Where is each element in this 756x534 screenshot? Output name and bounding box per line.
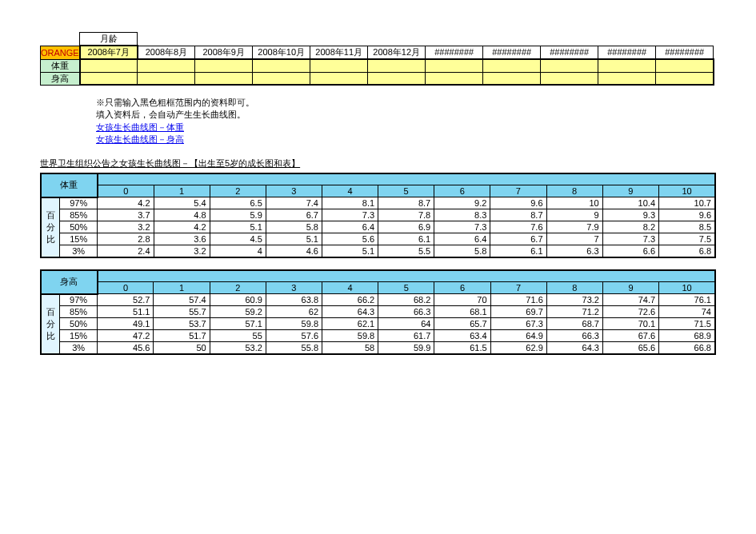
height-in-2[interactable] bbox=[195, 72, 253, 85]
height-in-4[interactable] bbox=[310, 72, 368, 85]
weight-val-4-2: 4 bbox=[210, 245, 266, 257]
weight-val-1-4: 7.3 bbox=[322, 209, 378, 221]
height-in-3[interactable] bbox=[253, 72, 310, 85]
height-val-4-4: 58 bbox=[322, 342, 378, 354]
weight-in-7[interactable] bbox=[483, 59, 541, 72]
height-pct-1: 85% bbox=[60, 306, 98, 318]
weight-val-2-4: 6.4 bbox=[322, 221, 378, 233]
orange-cell: ORANGE bbox=[41, 46, 80, 59]
weight-month-hdr-5: 5 bbox=[378, 185, 434, 197]
weight-val-0-1: 5.4 bbox=[154, 197, 210, 209]
weight-pct-3: 15% bbox=[60, 233, 98, 245]
weight-val-3-6: 6.4 bbox=[434, 233, 490, 245]
height-val-4-5: 59.9 bbox=[378, 342, 434, 354]
weight-val-1-7: 8.7 bbox=[490, 209, 546, 221]
height-val-2-1: 53.7 bbox=[154, 318, 210, 330]
height-in-6[interactable] bbox=[426, 72, 483, 85]
weight-in-3[interactable] bbox=[253, 59, 310, 72]
weight-in-1[interactable] bbox=[138, 59, 195, 72]
link-height-chart[interactable]: 女孩生长曲线图－身高 bbox=[96, 134, 184, 144]
month-8: ######## bbox=[541, 46, 598, 59]
weight-row-label: 体重 bbox=[41, 59, 80, 72]
weight-val-4-3: 4.6 bbox=[266, 245, 322, 257]
note-line-1: ※只需输入黑色粗框范围内的资料即可。 bbox=[96, 97, 716, 109]
height-val-1-1: 55.7 bbox=[154, 306, 210, 318]
height-val-0-10: 76.1 bbox=[659, 294, 715, 306]
height-val-0-0: 52.7 bbox=[98, 294, 154, 306]
height-in-1[interactable] bbox=[138, 72, 195, 85]
weight-in-5[interactable] bbox=[368, 59, 426, 72]
weight-in-0[interactable] bbox=[80, 59, 138, 72]
height-val-3-3: 57.6 bbox=[266, 330, 322, 342]
height-pct-0: 97% bbox=[60, 294, 98, 306]
height-month-hdr-10: 10 bbox=[659, 282, 715, 294]
height-val-1-2: 59.2 bbox=[210, 306, 266, 318]
weight-val-4-7: 6.1 bbox=[490, 245, 546, 257]
weight-in-2[interactable] bbox=[195, 59, 253, 72]
height-val-2-2: 57.1 bbox=[210, 318, 266, 330]
height-val-3-2: 55 bbox=[210, 330, 266, 342]
height-in-7[interactable] bbox=[483, 72, 541, 85]
weight-in-4[interactable] bbox=[310, 59, 368, 72]
height-pct-4: 3% bbox=[60, 342, 98, 354]
weight-in-9[interactable] bbox=[598, 59, 656, 72]
weight-val-0-9: 10.4 bbox=[602, 197, 658, 209]
height-val-3-0: 47.2 bbox=[98, 330, 154, 342]
height-in-9[interactable] bbox=[598, 72, 656, 85]
weight-val-4-0: 2.4 bbox=[98, 245, 154, 257]
height-in-0[interactable] bbox=[80, 72, 138, 85]
month-2: 2008年9月 bbox=[195, 46, 253, 59]
month-9: ######## bbox=[598, 46, 656, 59]
section-title: 世界卫生组织公告之女孩生长曲线图－【出生至5岁的成长图和表】 bbox=[40, 157, 716, 169]
height-in-8[interactable] bbox=[541, 72, 598, 85]
height-val-1-3: 62 bbox=[266, 306, 322, 318]
weight-month-hdr-3: 3 bbox=[266, 185, 322, 197]
height-val-0-4: 66.2 bbox=[322, 294, 378, 306]
month-5: 2008年12月 bbox=[368, 46, 426, 59]
height-val-4-10: 66.8 bbox=[659, 342, 715, 354]
weight-val-4-9: 6.6 bbox=[602, 245, 658, 257]
height-val-1-9: 72.6 bbox=[602, 306, 658, 318]
weight-val-0-7: 9.6 bbox=[490, 197, 546, 209]
weight-table-title: 体重 bbox=[41, 173, 98, 197]
note-line-2: 填入资料后，会自动产生生长曲线图。 bbox=[96, 109, 716, 121]
height-val-2-7: 67.3 bbox=[490, 318, 546, 330]
height-val-0-1: 57.4 bbox=[154, 294, 210, 306]
weight-val-1-3: 6.7 bbox=[266, 209, 322, 221]
height-val-0-2: 60.9 bbox=[210, 294, 266, 306]
height-val-2-3: 59.8 bbox=[266, 318, 322, 330]
height-val-4-3: 55.8 bbox=[266, 342, 322, 354]
height-val-3-7: 64.9 bbox=[490, 330, 546, 342]
weight-val-4-8: 6.3 bbox=[546, 245, 602, 257]
weight-val-3-8: 7 bbox=[546, 233, 602, 245]
height-in-10[interactable] bbox=[656, 72, 714, 85]
month-7: ######## bbox=[483, 46, 541, 59]
height-month-hdr-3: 3 bbox=[266, 282, 322, 294]
height-val-3-9: 67.6 bbox=[602, 330, 658, 342]
weight-in-8[interactable] bbox=[541, 59, 598, 72]
height-val-2-0: 49.1 bbox=[98, 318, 154, 330]
weight-in-10[interactable] bbox=[656, 59, 714, 72]
weight-val-4-6: 5.8 bbox=[434, 245, 490, 257]
weight-val-3-0: 2.8 bbox=[98, 233, 154, 245]
height-val-4-1: 50 bbox=[154, 342, 210, 354]
height-month-hdr-2: 2 bbox=[210, 282, 266, 294]
height-val-1-0: 51.1 bbox=[98, 306, 154, 318]
link-weight-chart[interactable]: 女孩生长曲线图－体重 bbox=[96, 122, 184, 132]
weight-val-1-5: 7.8 bbox=[378, 209, 434, 221]
month-3: 2008年10月 bbox=[253, 46, 310, 59]
month-0[interactable]: 2008年7月 bbox=[80, 46, 138, 59]
weight-val-3-1: 3.6 bbox=[154, 233, 210, 245]
weight-val-2-9: 8.2 bbox=[602, 221, 658, 233]
weight-in-6[interactable] bbox=[426, 59, 483, 72]
weight-val-1-1: 4.8 bbox=[154, 209, 210, 221]
weight-pct-4: 3% bbox=[60, 245, 98, 257]
weight-val-1-10: 9.6 bbox=[659, 209, 715, 221]
height-val-2-10: 71.5 bbox=[659, 318, 715, 330]
notes-block: ※只需输入黑色粗框范围内的资料即可。 填入资料后，会自动产生生长曲线图。 女孩生… bbox=[96, 97, 716, 146]
height-in-5[interactable] bbox=[368, 72, 426, 85]
height-month-hdr-1: 1 bbox=[154, 282, 210, 294]
weight-val-2-1: 4.2 bbox=[154, 221, 210, 233]
weight-val-4-5: 5.5 bbox=[378, 245, 434, 257]
height-val-3-1: 51.7 bbox=[154, 330, 210, 342]
